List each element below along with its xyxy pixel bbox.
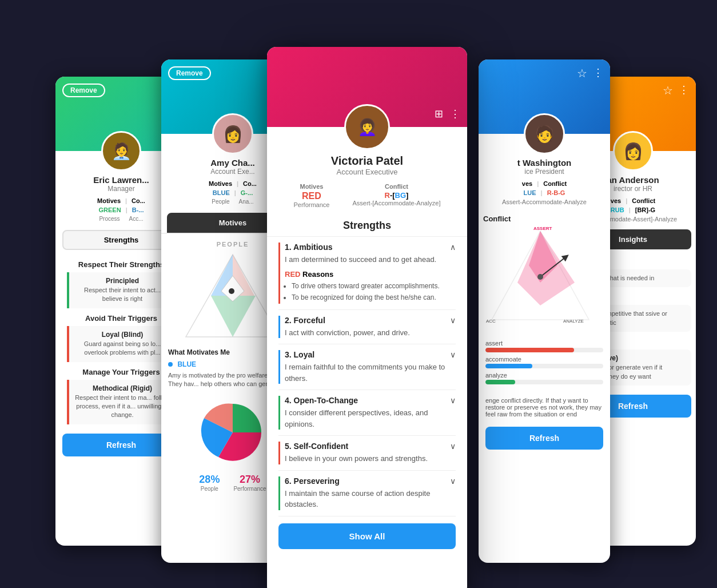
conflict-title: Conflict	[483, 214, 606, 223]
s4-desc: I consider different perspectives, ideas…	[285, 407, 450, 430]
manage-title: Manage Your Triggers	[67, 368, 176, 376]
victoria-conflict-sub: Assert-[Accommodate-Analyze]	[352, 200, 440, 206]
s1-reason-2: To be recognized for doing the best he/s…	[292, 292, 450, 303]
s5-chevron[interactable]: ∨	[450, 442, 456, 451]
respect-title: Respect Their Strengths	[67, 260, 176, 269]
dots-icon-anderson[interactable]: ⋮	[679, 84, 689, 97]
s2-chevron[interactable]: ∨	[450, 316, 456, 325]
victoria-motive-sub: Performance	[293, 201, 329, 208]
washington-header-icons: ☆ ⋮	[577, 66, 603, 80]
washington-conflict-sub: Assert-Accommodate-Analyze	[485, 198, 603, 205]
star-icon-washington[interactable]: ☆	[577, 66, 587, 80]
dots-icon[interactable]: ⋮	[450, 108, 460, 120]
strength-4: 4. Open-To-Change I consider different p…	[278, 390, 456, 436]
strength-5: 5. Self-Confident I believe in your own …	[278, 436, 456, 471]
svg-point-5	[229, 288, 234, 294]
s4-chevron[interactable]: ∨	[450, 396, 456, 405]
eric-avatar: 🧑‍💼	[101, 131, 141, 171]
accomm-bar-fill	[485, 364, 532, 368]
s6-chevron[interactable]: ∨	[450, 476, 456, 486]
s5-title: 5. Self-Confident	[285, 442, 450, 451]
s1-title: 1. Ambitious	[285, 243, 450, 252]
victoria-conflict-label: Conflict	[352, 183, 440, 190]
strength-1: 1. Ambitious I am determined to succeed …	[278, 237, 456, 310]
victoria-mc-row: Motives RED Performance Conflict R-[BG] …	[278, 183, 456, 208]
victoria-motives-label: Motives	[293, 183, 329, 190]
remove-button-eric[interactable]: Remove	[62, 84, 105, 97]
blue-dot	[168, 362, 173, 367]
washington-conflict-desc: enge conflict directly. If that y want t…	[479, 392, 610, 422]
s1-chevron[interactable]: ∧	[450, 243, 456, 252]
victoria-name: Victoria Patel	[278, 154, 456, 168]
eric-insight-2-text: Guard against being so lo... overlook pr…	[75, 340, 170, 357]
anderson-motives-label: ves	[611, 197, 621, 204]
assert-bar-fill	[485, 348, 574, 352]
eric-insight-2: Loyal (Blind) Guard against being so lo.…	[67, 326, 176, 362]
motivates-blue: BLUE	[177, 360, 196, 368]
s1-reason-1: To drive others toward greater accomplis…	[292, 281, 450, 291]
washington-title: ice President	[485, 168, 603, 176]
s3-title: 3. Loyal	[285, 350, 450, 359]
s6-desc: I maintain the same course of action des…	[285, 488, 450, 510]
eric-insight-2-title: Loyal (Blind)	[75, 331, 170, 339]
show-all-button[interactable]: Show All	[278, 523, 456, 549]
victoria-strengths-heading: Strengths	[267, 213, 467, 237]
dots-icon-washington[interactable]: ⋮	[593, 66, 603, 80]
victoria-motive-value: RED	[293, 191, 329, 201]
s6-title: 6. Persevering	[285, 476, 450, 486]
eric-insight-1: Principled Respect their intent to act..…	[67, 272, 176, 308]
remove-button-amy[interactable]: Remove	[168, 66, 211, 80]
washington-conflict-val: R-B-G	[547, 189, 565, 196]
eric-sub2: Acc...	[129, 216, 144, 222]
washington-bars: assert accommoate analyze	[479, 335, 610, 392]
washington-name: t Washington	[485, 158, 603, 168]
washington-conflict-label: Conflict	[543, 180, 567, 187]
eric-motives-label: Motives	[97, 197, 121, 204]
eric-insight-1-text: Respect their intent to act... believe i…	[75, 286, 170, 304]
amy-conflict-label: Co...	[243, 180, 257, 187]
amy-sub-ana: Ana...	[239, 198, 254, 205]
eric-conflict-label: Co...	[132, 197, 145, 204]
card-victoria: ⊞ ⋮ 👩‍🦱 Victoria Patel Account Executive…	[267, 47, 467, 588]
svg-point-14	[537, 274, 543, 280]
pie-pink-pct: 27%	[233, 474, 266, 486]
svg-text:ASSERT: ASSERT	[533, 226, 552, 231]
eric-insight-3-title: Methodical (Rigid)	[75, 384, 170, 392]
s5-desc: I believe in your own powers and strengt…	[285, 453, 450, 464]
accomm-label: accommoate	[485, 356, 603, 363]
accomm-bar: accommoate	[485, 356, 603, 368]
s4-title: 4. Open-To-Change	[285, 396, 450, 405]
victoria-avatar: 👩‍🦱	[344, 104, 390, 150]
assert-label: assert	[485, 340, 603, 347]
svg-marker-3	[211, 296, 256, 337]
anderson-conflict-value: [BR]-G	[635, 206, 655, 213]
amy-motives-label: Motives	[209, 180, 232, 187]
victoria-header-icons: ⊞ ⋮	[435, 108, 460, 120]
triggers-title: Avoid Their Triggers	[67, 314, 176, 323]
anderson-motive-rub: RUB	[611, 206, 624, 213]
s3-chevron[interactable]: ∨	[450, 350, 456, 359]
svg-text:ACC: ACC	[486, 319, 496, 324]
analyze-label: analyze	[485, 372, 603, 379]
analyze-bar: analyze	[485, 372, 603, 384]
eric-insight-3-text: Respect their intent to ma... follow pro…	[75, 394, 170, 420]
victoria-title: Account Executive	[278, 168, 456, 176]
washington-motive-blue: LUE	[524, 189, 536, 196]
washington-motives-label: ves	[522, 180, 532, 187]
amy-motive-blue: BLUE	[213, 189, 230, 196]
s2-desc: I act with conviction, power, and drive.	[285, 327, 450, 339]
eric-motive-color: GREEN	[99, 206, 121, 213]
washington-refresh-button[interactable]: Refresh	[485, 427, 603, 450]
victoria-header: ⊞ ⋮ 👩‍🦱	[267, 47, 467, 127]
anderson-conflict-label: Conflict	[632, 197, 655, 204]
eric-insight-1-title: Principled	[75, 277, 170, 285]
star-icon-anderson[interactable]: ☆	[663, 84, 673, 97]
amy-avatar: 👩	[212, 113, 253, 154]
s2-title: 2. Forceful	[285, 316, 450, 325]
s3-desc: I remain faithful to the commitments you…	[285, 361, 450, 384]
pie-blue-pct: 28%	[199, 474, 220, 486]
card-washington: ☆ ⋮ 🧑 t Washington ice President ves | C…	[479, 59, 610, 563]
strength-2: 2. Forceful I act with conviction, power…	[278, 310, 456, 345]
victoria-conflict-value: R-[BG]	[352, 191, 440, 200]
grid-icon[interactable]: ⊞	[435, 108, 443, 120]
